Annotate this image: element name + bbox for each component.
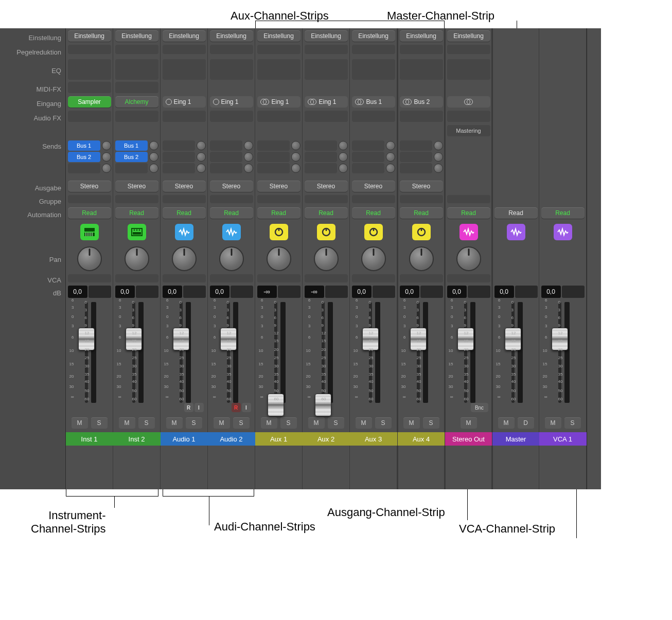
eq-slot[interactable] (352, 59, 395, 80)
pan-knob[interactable] (125, 246, 149, 271)
automation-mode[interactable]: Read (210, 207, 253, 219)
waveform-icon[interactable] (175, 224, 193, 240)
dim-button[interactable]: D (518, 417, 534, 429)
channel-name-label[interactable]: Audio 1 (161, 432, 208, 446)
send-level-knob[interactable] (434, 141, 443, 150)
send-slot[interactable] (305, 140, 337, 151)
vca-slot[interactable] (163, 274, 206, 282)
vca-slot[interactable] (257, 274, 300, 282)
audiofx-slot[interactable] (68, 111, 111, 122)
automation-mode[interactable]: Read (447, 207, 490, 219)
mute-button[interactable]: M (403, 417, 420, 429)
setting-button[interactable]: Einstellung (163, 30, 206, 42)
eq-slot[interactable] (210, 59, 253, 80)
send-slot[interactable] (163, 152, 195, 162)
send-level-knob[interactable] (102, 141, 111, 150)
automation-mode[interactable]: Read (494, 207, 538, 219)
automation-mode[interactable]: Read (257, 207, 300, 219)
automation-mode[interactable]: Read (541, 207, 585, 219)
automation-mode[interactable]: Read (352, 207, 395, 219)
send-slot[interactable] (400, 140, 432, 151)
bounce-button[interactable]: Bnc (471, 403, 488, 412)
automation-mode[interactable]: Read (115, 207, 158, 219)
output-selector[interactable]: Stereo (400, 181, 443, 192)
send-level-knob[interactable] (102, 152, 111, 162)
group-slot[interactable] (115, 195, 158, 203)
audiofx-slot[interactable] (257, 111, 300, 122)
send-slot[interactable] (210, 140, 242, 151)
solo-button[interactable]: S (91, 417, 108, 429)
output-selector[interactable]: Stereo (68, 181, 111, 192)
group-slot[interactable] (400, 195, 443, 203)
knob-icon[interactable] (412, 224, 431, 240)
db-value[interactable]: 0,0 (352, 286, 372, 298)
send-level-knob[interactable] (197, 141, 206, 150)
send-level-knob[interactable] (386, 164, 395, 173)
vca-slot[interactable] (447, 274, 490, 282)
audiofx-slot[interactable] (163, 111, 206, 122)
vca-slot[interactable] (352, 274, 395, 282)
eq-slot[interactable] (305, 59, 348, 80)
output-selector[interactable]: Stereo (163, 181, 206, 192)
vca-slot[interactable] (115, 274, 158, 282)
group-slot[interactable] (352, 195, 395, 203)
send-slot[interactable] (163, 163, 195, 173)
output-selector[interactable]: Stereo (257, 181, 300, 192)
input-selector[interactable]: Bus 2 (400, 96, 443, 108)
mute-button[interactable]: M (119, 417, 135, 429)
db-value[interactable]: 0,0 (115, 286, 135, 298)
channel-name-label[interactable]: Master (492, 432, 540, 446)
send-level-knob[interactable] (339, 164, 348, 173)
input-selector[interactable]: Eing 1 (305, 96, 348, 108)
solo-button[interactable]: S (280, 417, 297, 429)
send-slot[interactable] (210, 163, 242, 173)
send-level-knob[interactable] (244, 141, 253, 150)
setting-button[interactable]: Einstellung (68, 30, 111, 42)
output-selector[interactable]: Stereo (352, 181, 395, 192)
solo-button[interactable]: S (138, 417, 155, 429)
input-selector[interactable]: Bus 1 (352, 96, 395, 108)
mastering-slot[interactable]: Mastering (447, 125, 490, 136)
mute-button[interactable]: M (498, 417, 515, 429)
send-slot[interactable] (257, 140, 290, 151)
vca-slot[interactable] (68, 274, 111, 282)
eq-slot[interactable] (447, 59, 490, 80)
channel-name-label[interactable]: Stereo Out (445, 432, 492, 446)
channel-name-label[interactable]: Aux 1 (255, 432, 303, 446)
input-selector[interactable]: Eing 1 (257, 96, 300, 108)
channel-name-label[interactable]: Aux 4 (398, 432, 445, 446)
send-slot[interactable] (257, 152, 290, 162)
eq-slot[interactable] (68, 59, 111, 80)
group-slot[interactable] (210, 195, 253, 203)
db-value[interactable]: 0,0 (68, 286, 87, 298)
mute-button[interactable]: M (356, 417, 372, 429)
output-selector[interactable]: Stereo (210, 181, 253, 192)
eq-slot[interactable] (115, 59, 158, 80)
output-icon[interactable] (459, 224, 478, 240)
vca-slot[interactable] (210, 274, 253, 282)
instrument-plugin[interactable]: Sampler (68, 96, 111, 108)
audiofx-slot[interactable] (400, 111, 443, 122)
send-level-knob[interactable] (339, 141, 348, 150)
group-slot[interactable] (447, 195, 490, 203)
channel-name-label[interactable]: VCA 1 (539, 432, 587, 446)
channel-name-label[interactable]: Audio 2 (208, 432, 255, 446)
send-slot[interactable] (305, 163, 337, 173)
send-slot[interactable]: Bus 1 (115, 140, 148, 151)
channel-name-label[interactable]: Inst 1 (66, 432, 113, 446)
db-value[interactable]: -∞ (305, 286, 324, 298)
send-level-knob[interactable] (434, 152, 443, 162)
pan-knob[interactable] (219, 246, 244, 271)
audiofx-slot[interactable] (210, 111, 253, 122)
solo-button[interactable]: S (186, 417, 202, 429)
setting-button[interactable]: Einstellung (210, 30, 253, 42)
send-level-knob[interactable] (149, 141, 158, 150)
db-value[interactable]: 0,0 (210, 286, 229, 298)
input-selector[interactable]: Eing 1 (210, 96, 253, 108)
db-value[interactable]: 0,0 (400, 286, 419, 298)
db-value[interactable]: 0,0 (494, 286, 514, 298)
synth-icon[interactable] (128, 224, 146, 240)
mute-button[interactable]: M (72, 417, 88, 429)
channel-name-label[interactable]: Inst 2 (113, 432, 161, 446)
send-level-knob[interactable] (149, 152, 158, 162)
